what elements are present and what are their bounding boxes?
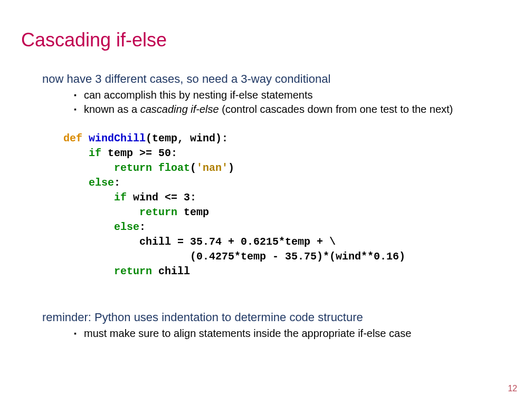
code-kw-def: def (63, 132, 82, 144)
code-text (152, 162, 158, 174)
code-block: def windChill(temp, wind): if temp >= 50… (63, 131, 511, 279)
code-text: temp >= 50: (101, 147, 177, 159)
code-text (63, 221, 114, 233)
bullet-text: must make sure to align statements insid… (84, 327, 411, 339)
code-kw: if (114, 191, 127, 204)
code-text: wind <= 3: (127, 191, 196, 204)
bullet-item: must make sure to align statements insid… (74, 327, 511, 340)
code-text: ( (190, 162, 196, 174)
code-text (63, 147, 89, 159)
code-kw: if (89, 147, 101, 159)
code-fn-name: windChill (89, 132, 146, 144)
code-text (63, 191, 114, 204)
section-2-heading: reminder: Python uses indentation to det… (42, 311, 511, 324)
code-kw: return (139, 206, 177, 218)
code-kw: else (114, 221, 139, 233)
bullet-text-italic: cascading if-else (140, 103, 219, 115)
code-text (63, 265, 114, 277)
bullet-text-post: (control cascades down from one test to … (219, 103, 453, 115)
code-text: : (139, 221, 146, 233)
code-text: (0.4275*temp - 35.75)*(wind**0.16) (63, 250, 405, 263)
code-text: temp (177, 206, 209, 218)
code-kw: float (158, 162, 190, 174)
code-text: chill = 35.74 + 0.6215*temp + \ (63, 236, 336, 248)
code-text (63, 162, 114, 174)
code-text: : (114, 177, 120, 189)
code-string: 'nan' (196, 162, 228, 174)
code-kw: else (89, 177, 114, 189)
code-text (63, 177, 89, 189)
bullet-item: known as a cascading if-else (control ca… (74, 103, 511, 115)
code-kw: return (114, 162, 152, 174)
bullet-text: can accomplish this by nesting if-else s… (84, 89, 313, 101)
slide-title: Cascading if-else (21, 29, 511, 51)
section-1-heading: now have 3 different cases, so need a 3-… (42, 72, 511, 86)
section-1-bullets: can accomplish this by nesting if-else s… (74, 89, 511, 115)
bullet-text: known as a (84, 103, 140, 115)
code-text: (temp, wind): (146, 132, 228, 144)
code-kw: return (114, 265, 152, 277)
code-text: ) (228, 162, 234, 174)
code-text: chill (152, 265, 190, 277)
code-text (63, 206, 139, 218)
section-2-bullets: must make sure to align statements insid… (74, 327, 511, 340)
bullet-item: can accomplish this by nesting if-else s… (74, 89, 511, 101)
page-number: 12 (508, 384, 517, 393)
